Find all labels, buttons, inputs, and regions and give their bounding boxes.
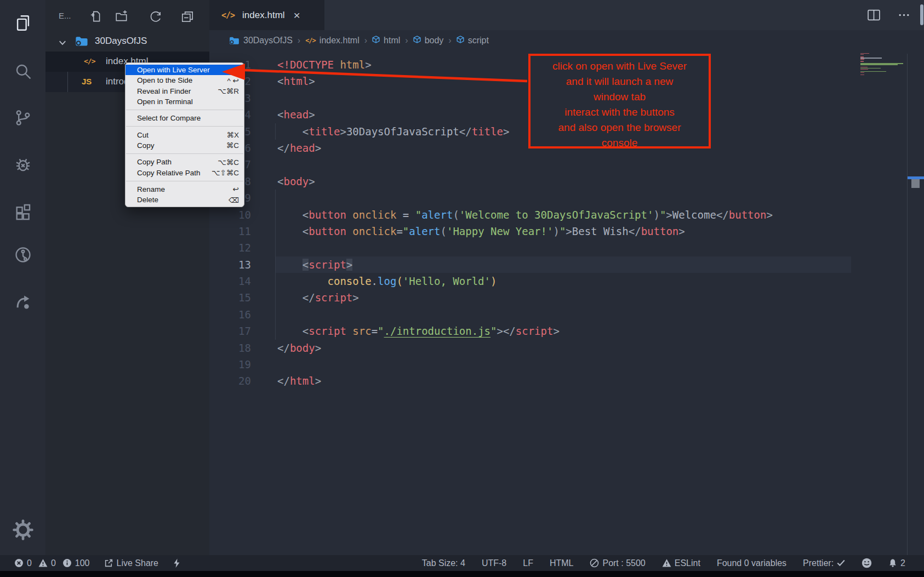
code-line-content[interactable]: <script> <box>251 256 352 273</box>
problems-infos[interactable]: 100 <box>62 558 90 568</box>
line-number: 14 <box>209 273 251 289</box>
warning-icon <box>662 558 671 568</box>
info-icon <box>62 558 72 568</box>
breadcrumb-symbol-script[interactable]: script <box>457 36 489 45</box>
eslint-status[interactable]: ESLint <box>662 558 700 568</box>
new-folder-icon[interactable] <box>115 9 129 24</box>
code-line-12: 12 <box>209 239 907 256</box>
code-line-content[interactable]: </script> <box>251 289 359 306</box>
menu-item-label: Open in Terminal <box>137 98 193 106</box>
feedback-smiley-icon[interactable] <box>862 558 872 568</box>
code-line-content[interactable]: <!DOCTYPE html> <box>251 56 372 73</box>
more-actions-icon[interactable] <box>897 8 911 22</box>
tab-title: index.html <box>242 10 284 21</box>
problems-errors[interactable]: 0 <box>14 558 32 568</box>
problems-warnings[interactable]: 0 <box>38 558 56 568</box>
menu-item-copy[interactable]: Copy⌘C <box>126 140 244 151</box>
scrollbar-thumb[interactable] <box>911 179 920 188</box>
eol-status[interactable]: LF <box>523 558 533 568</box>
code-line-content[interactable]: <title>30DaysOfJavaScript</title> <box>251 123 509 140</box>
code-line-content[interactable]: console.log('Hello, World') <box>251 273 497 289</box>
live-share-icon[interactable] <box>11 289 35 313</box>
menu-item-shortcut: ⌫ <box>229 196 239 204</box>
menu-item-open-with-live-server[interactable]: Open with Live Server <box>126 65 244 75</box>
status-bar: 0 0 100 Live Share Tab Size: 4 UTF-8 LF … <box>0 555 924 571</box>
tree-folder-row[interactable]: 30DaysOfJS <box>45 32 209 52</box>
line-number: 15 <box>209 289 251 306</box>
breadcrumb-separator: › <box>405 36 408 45</box>
code-line-17: 17 <script src="./introduction.js"></scr… <box>209 323 907 339</box>
window-bottom-edge <box>0 571 924 577</box>
extensions-icon[interactable] <box>11 199 35 224</box>
breadcrumb-folder[interactable]: 30DaysOfJS <box>229 36 293 45</box>
encoding-status[interactable]: UTF-8 <box>482 558 506 568</box>
menu-item-label: Open with Live Server <box>137 66 210 74</box>
menu-item-reveal-in-finder[interactable]: Reveal in Finder⌥⌘R <box>126 86 244 96</box>
code-line-content[interactable]: <script src="./introduction.js"></script… <box>251 323 560 339</box>
prettier-status[interactable]: Prettier: <box>803 558 845 568</box>
new-file-icon[interactable] <box>88 9 102 24</box>
menu-item-select-for-compare[interactable]: Select for Compare <box>126 113 244 123</box>
tab-index-html[interactable]: </> index.html × <box>209 0 324 30</box>
drag-hint-sliver <box>920 4 923 25</box>
code-line-content[interactable] <box>251 239 277 256</box>
minimap[interactable] <box>860 53 905 76</box>
code-line-content[interactable]: </body> <box>251 340 321 356</box>
menu-item-copy-relative-path[interactable]: Copy Relative Path⌥⇧⌘C <box>126 167 244 178</box>
breadcrumb-file[interactable]: </> index.html <box>305 36 360 45</box>
notifications-bell[interactable]: 2 <box>888 558 905 568</box>
chevron-down-icon <box>59 38 66 48</box>
menu-item-copy-path[interactable]: Copy Path⌥⌘C <box>126 157 244 167</box>
menu-item-label: Copy Relative Path <box>137 169 201 177</box>
code-line-content[interactable]: <button onclick = "alert('Welcome to 30D… <box>251 207 773 223</box>
menu-item-shortcut: ⌥⇧⌘C <box>212 168 239 177</box>
explorer-header: E... <box>45 7 209 26</box>
code-line-content[interactable]: <head> <box>251 106 315 123</box>
error-icon <box>14 558 24 568</box>
code-line-content[interactable] <box>251 190 277 206</box>
code-line-content[interactable]: <html> <box>251 73 315 89</box>
vscode-window: { "activity_bar": {"icons": ["explorer-i… <box>0 0 924 577</box>
code-line-content[interactable] <box>251 306 277 323</box>
menu-item-label: Cut <box>137 131 149 139</box>
breadcrumb-symbol-body[interactable]: body <box>413 36 444 45</box>
code-line-content[interactable]: </head> <box>251 140 321 156</box>
code-line-content[interactable] <box>251 90 277 106</box>
split-editor-icon[interactable] <box>867 8 881 22</box>
port-status[interactable]: Port : 5500 <box>590 558 645 568</box>
breadcrumb-symbol-html[interactable]: html <box>372 36 400 45</box>
gitlens-icon[interactable] <box>11 243 35 267</box>
explorer-icon[interactable] <box>11 11 35 35</box>
menu-separator <box>126 153 243 154</box>
refresh-icon[interactable] <box>149 9 163 24</box>
code-line-11: 11 <button onclick="alert('Happy New Yea… <box>209 223 907 239</box>
breadcrumb-separator: › <box>448 36 451 45</box>
menu-item-shortcut: ↩ <box>233 185 239 193</box>
menu-item-delete[interactable]: Delete⌫ <box>126 195 244 205</box>
menu-item-label: Open to the Side <box>137 76 192 84</box>
search-icon[interactable] <box>11 59 35 83</box>
close-icon[interactable]: × <box>294 9 300 22</box>
run-debug-icon[interactable] <box>11 152 35 176</box>
menu-item-shortcut: ⌘X <box>226 130 239 139</box>
code-line-content[interactable] <box>251 356 277 373</box>
menu-item-cut[interactable]: Cut⌘X <box>126 129 244 140</box>
source-control-icon[interactable] <box>11 106 35 130</box>
settings-gear-icon[interactable] <box>11 518 35 542</box>
menu-item-open-in-terminal[interactable]: Open in Terminal <box>126 96 244 107</box>
code-line-content[interactable]: <body> <box>251 173 315 190</box>
code-line-content[interactable]: <button onclick="alert('Happy New Year!'… <box>251 223 685 239</box>
menu-item-open-to-the-side[interactable]: Open to the Side^ ↩ <box>126 75 244 85</box>
variables-status[interactable]: Found 0 variables <box>717 558 786 568</box>
code-line-content[interactable]: </html> <box>251 373 321 389</box>
code-line-10: 10 <button onclick = "alert('Welcome to … <box>209 207 907 223</box>
live-share-status[interactable]: Live Share <box>104 558 159 568</box>
code-line-content[interactable] <box>251 156 277 173</box>
tab-size-status[interactable]: Tab Size: 4 <box>422 558 465 568</box>
bell-icon <box>888 558 897 568</box>
collapse-folders-icon[interactable] <box>180 9 195 24</box>
menu-item-rename[interactable]: Rename↩ <box>126 184 244 195</box>
lightning-icon[interactable] <box>173 558 181 568</box>
editor-split-divider <box>907 54 908 555</box>
language-status[interactable]: HTML <box>550 558 574 568</box>
